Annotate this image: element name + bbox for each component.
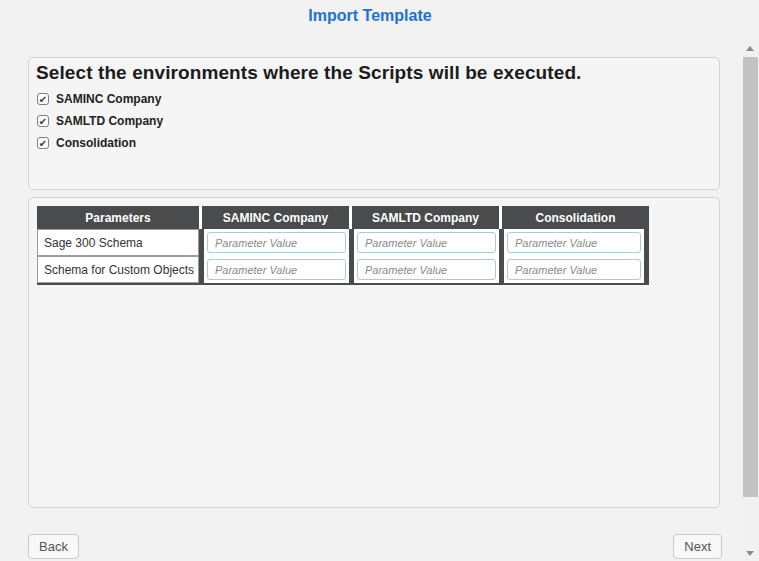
parameters-table: ParametersSAMINC CompanySAMLTD CompanyCo… bbox=[37, 206, 649, 285]
page-title: Import Template bbox=[0, 7, 740, 25]
scrollbar-thumb[interactable] bbox=[743, 57, 758, 497]
parameter-value-input[interactable] bbox=[207, 232, 346, 253]
column-header: SAMINC Company bbox=[199, 206, 349, 229]
environments-heading: Select the environments where the Script… bbox=[36, 62, 719, 84]
environment-option[interactable]: ✔Consolidation bbox=[37, 132, 719, 154]
table-row: Sage 300 Schema bbox=[37, 229, 649, 256]
environments-panel: Select the environments where the Script… bbox=[28, 57, 720, 190]
parameter-name-cell: Sage 300 Schema bbox=[37, 229, 199, 256]
parameter-value-cell bbox=[499, 256, 649, 283]
environment-option[interactable]: ✔SAMINC Company bbox=[37, 88, 719, 110]
checkbox-icon[interactable]: ✔ bbox=[37, 137, 49, 149]
parameter-value-cell bbox=[199, 256, 349, 283]
next-button[interactable]: Next bbox=[673, 534, 722, 559]
parameter-value-input[interactable] bbox=[507, 259, 641, 280]
parameter-value-cell bbox=[349, 229, 499, 256]
column-header: SAMLTD Company bbox=[349, 206, 499, 229]
parameter-value-input[interactable] bbox=[357, 232, 496, 253]
environment-option-label: SAMINC Company bbox=[56, 92, 161, 106]
parameter-value-input[interactable] bbox=[207, 259, 346, 280]
checkbox-icon[interactable]: ✔ bbox=[37, 93, 49, 105]
parameters-table-header: ParametersSAMINC CompanySAMLTD CompanyCo… bbox=[37, 206, 649, 229]
scroll-down-icon[interactable] bbox=[742, 544, 759, 561]
parameter-value-cell bbox=[349, 256, 499, 283]
environment-option-label: SAMLTD Company bbox=[56, 114, 163, 128]
parameter-value-cell bbox=[199, 229, 349, 256]
environment-option[interactable]: ✔SAMLTD Company bbox=[37, 110, 719, 132]
parameter-value-input[interactable] bbox=[357, 259, 496, 280]
table-row: Schema for Custom Objects bbox=[37, 256, 649, 283]
environment-options: ✔SAMINC Company✔SAMLTD Company✔Consolida… bbox=[29, 88, 719, 154]
column-header: Consolidation bbox=[499, 206, 649, 229]
parameters-panel: ParametersSAMINC CompanySAMLTD CompanyCo… bbox=[28, 197, 720, 508]
back-button[interactable]: Back bbox=[28, 534, 79, 559]
checkbox-icon[interactable]: ✔ bbox=[37, 115, 49, 127]
column-header: Parameters bbox=[37, 206, 199, 229]
environment-option-label: Consolidation bbox=[56, 136, 136, 150]
vertical-scrollbar[interactable] bbox=[742, 40, 759, 561]
scroll-up-icon[interactable] bbox=[742, 40, 759, 57]
parameter-value-input[interactable] bbox=[507, 232, 641, 253]
parameter-value-cell bbox=[499, 229, 649, 256]
parameter-name-cell: Schema for Custom Objects bbox=[37, 256, 199, 283]
